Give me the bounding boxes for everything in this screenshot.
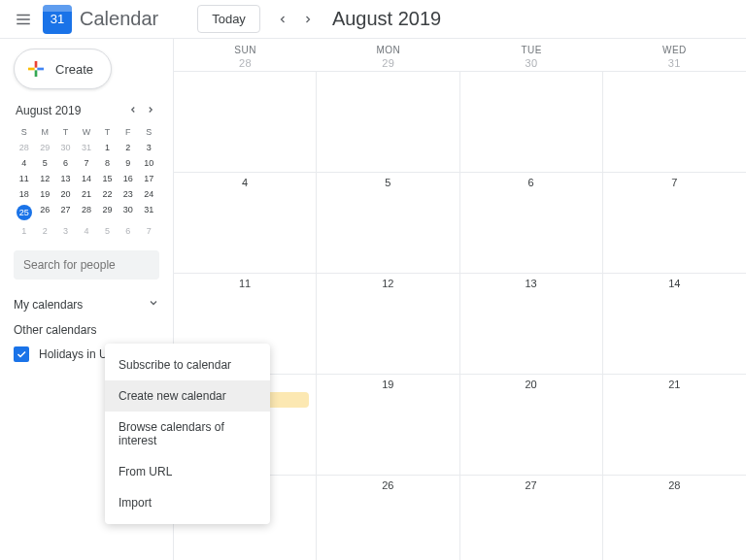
mini-day-cell[interactable]: 25 — [14, 202, 34, 223]
mini-day-cell[interactable]: 4 — [76, 223, 96, 239]
plus-icon — [24, 57, 48, 81]
mini-day-cell[interactable]: 11 — [14, 171, 34, 186]
mini-day-cell[interactable]: 15 — [97, 171, 118, 186]
next-period-button[interactable] — [295, 7, 321, 32]
day-header: MON29 — [317, 39, 459, 71]
mini-day-cell[interactable]: 4 — [14, 155, 34, 171]
my-calendars-section: My calendars — [14, 297, 159, 312]
day-number: 19 — [382, 379, 393, 390]
day-number: 26 — [382, 479, 393, 491]
day-cell[interactable]: 28 — [603, 476, 746, 560]
mini-day-cell[interactable]: 3 — [139, 140, 159, 155]
create-button[interactable]: Create — [14, 49, 112, 89]
day-cell[interactable] — [174, 72, 317, 172]
day-number: 6 — [528, 177, 534, 188]
mini-day-cell[interactable]: 29 — [34, 140, 54, 155]
day-cell[interactable]: 4 — [174, 173, 317, 273]
mini-day-cell[interactable]: 21 — [76, 186, 96, 202]
mini-day-cell[interactable]: 27 — [55, 202, 76, 223]
sidebar: Create August 2019 SMTWTFS28293031123456… — [0, 39, 173, 560]
header: 31 Calendar Today August 2019 — [0, 0, 746, 39]
mini-day-cell[interactable]: 22 — [97, 186, 118, 202]
mini-day-cell[interactable]: 20 — [55, 186, 76, 202]
other-calendars-toggle[interactable]: Other calendars — [14, 323, 159, 337]
my-calendars-label: My calendars — [14, 298, 83, 312]
search-people-input[interactable] — [14, 250, 159, 280]
day-cell[interactable]: 20 — [460, 375, 603, 475]
mini-day-cell[interactable]: 24 — [139, 186, 159, 202]
menu-item[interactable]: Import — [105, 487, 270, 518]
mini-day-cell[interactable]: 7 — [139, 223, 159, 239]
nav-arrows — [270, 7, 321, 32]
day-cell[interactable]: 12 — [317, 274, 459, 374]
mini-day-cell[interactable]: 12 — [34, 171, 54, 186]
mini-next-button[interactable] — [144, 103, 157, 118]
menu-item[interactable]: Browse calendars of interest — [105, 412, 270, 456]
mini-calendar: August 2019 SMTWTFS282930311234567891011… — [14, 103, 159, 239]
mini-day-cell[interactable]: 2 — [118, 140, 138, 155]
day-cell[interactable]: 7 — [603, 173, 746, 273]
today-button[interactable]: Today — [197, 5, 260, 33]
mini-day-cell[interactable]: 14 — [76, 171, 96, 186]
mini-day-cell[interactable]: 31 — [139, 202, 159, 223]
mini-day-cell[interactable]: 9 — [118, 155, 138, 171]
mini-day-cell[interactable]: 18 — [14, 186, 34, 202]
mini-day-cell[interactable]: 17 — [139, 171, 159, 186]
app-name: Calendar — [80, 8, 158, 30]
mini-day-cell[interactable]: 3 — [55, 223, 76, 239]
checkbox-checked-icon[interactable] — [14, 346, 29, 362]
mini-day-cell[interactable]: 1 — [14, 223, 34, 239]
day-cell[interactable]: 21 — [603, 375, 746, 475]
mini-day-cell[interactable]: 2 — [34, 223, 54, 239]
mini-day-header: W — [76, 124, 96, 140]
day-cell[interactable]: 14 — [603, 274, 746, 374]
day-number: 11 — [239, 278, 251, 289]
day-cell[interactable]: 13 — [460, 274, 603, 374]
month-title: August 2019 — [332, 8, 441, 30]
menu-item[interactable]: Subscribe to calendar — [105, 349, 270, 380]
day-cell[interactable]: 5 — [317, 173, 459, 273]
day-cell[interactable] — [603, 72, 746, 172]
day-cell[interactable] — [460, 72, 603, 172]
day-cell[interactable]: 27 — [460, 476, 603, 560]
mini-day-cell[interactable]: 30 — [118, 202, 138, 223]
mini-day-cell[interactable]: 5 — [34, 155, 54, 171]
mini-day-cell[interactable]: 8 — [97, 155, 118, 171]
mini-day-cell[interactable]: 10 — [139, 155, 159, 171]
mini-day-cell[interactable]: 28 — [76, 202, 96, 223]
day-cell[interactable]: 26 — [317, 476, 459, 560]
prev-period-button[interactable] — [270, 7, 295, 32]
mini-day-cell[interactable]: 5 — [97, 223, 118, 239]
day-cell[interactable]: 19 — [317, 375, 459, 475]
day-number: 27 — [526, 479, 537, 491]
day-cell[interactable] — [317, 72, 459, 172]
mini-day-cell[interactable]: 28 — [14, 140, 34, 155]
other-calendars-label: Other calendars — [14, 323, 96, 337]
mini-day-cell[interactable]: 13 — [55, 171, 76, 186]
mini-day-cell[interactable]: 16 — [118, 171, 138, 186]
chevron-down-icon — [148, 297, 159, 312]
day-number: 12 — [382, 278, 393, 289]
day-number: 14 — [668, 278, 680, 289]
my-calendars-toggle[interactable]: My calendars — [14, 297, 159, 312]
mini-day-cell[interactable]: 29 — [97, 202, 118, 223]
mini-day-cell[interactable]: 26 — [34, 202, 54, 223]
day-number: 7 — [671, 177, 677, 188]
menu-item[interactable]: From URL — [105, 456, 270, 487]
mini-day-cell[interactable]: 31 — [76, 140, 96, 155]
mini-prev-button[interactable] — [126, 103, 140, 118]
mini-calendar-title: August 2019 — [16, 104, 81, 117]
mini-day-cell[interactable]: 7 — [76, 155, 96, 171]
mini-day-cell[interactable]: 19 — [34, 186, 54, 202]
mini-day-cell[interactable]: 6 — [118, 223, 138, 239]
day-cell[interactable]: 6 — [460, 173, 603, 273]
hamburger-icon — [15, 11, 32, 28]
search-field[interactable] — [23, 258, 150, 272]
mini-day-cell[interactable]: 1 — [97, 140, 118, 155]
day-number: 5 — [385, 177, 390, 188]
mini-day-cell[interactable]: 6 — [55, 155, 76, 171]
mini-day-cell[interactable]: 30 — [55, 140, 76, 155]
main-menu-button[interactable] — [12, 8, 35, 31]
mini-day-cell[interactable]: 23 — [118, 186, 138, 202]
menu-item[interactable]: Create new calendar — [105, 380, 270, 412]
